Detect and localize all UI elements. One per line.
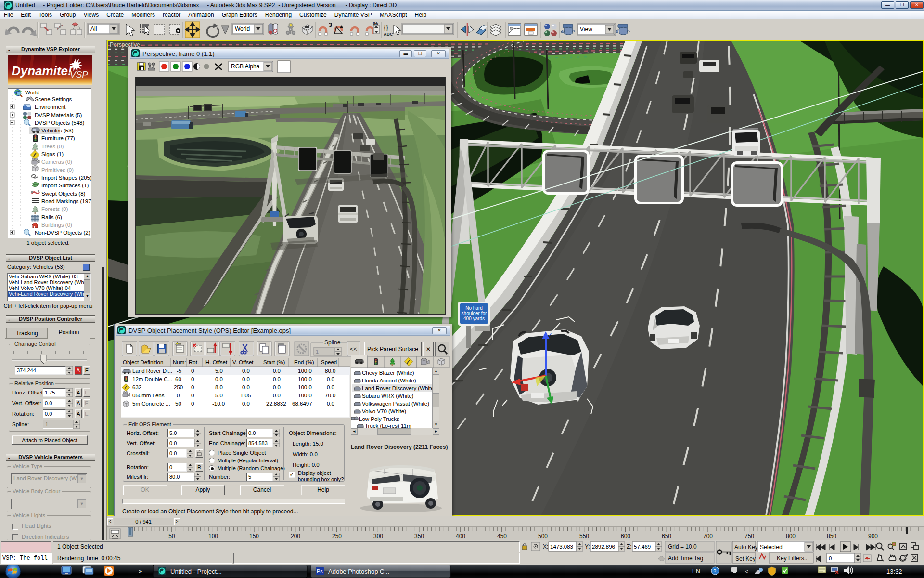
svg-text:550: 550 (579, 533, 589, 539)
svg-text:-5: -5 (177, 368, 181, 374)
svg-text:Untitled - Project...: Untitled - Project... (170, 568, 222, 575)
svg-text:DVSP Materials (5): DVSP Materials (5) (35, 112, 82, 118)
svg-text:Num:: Num: (173, 359, 186, 365)
svg-text:100: 100 (208, 533, 218, 539)
svg-text:350: 350 (414, 533, 424, 539)
svg-text:0: 0 (191, 376, 194, 382)
svg-text:300: 300 (373, 533, 383, 539)
svg-text:0.0: 0.0 (242, 376, 250, 382)
svg-text:Land Rover Discovery (White): Land Rover Discovery (White) (362, 385, 436, 391)
svg-text:DVSP Objects (548): DVSP Objects (548) (35, 120, 85, 126)
svg-text:57.469: 57.469 (634, 544, 651, 550)
svg-text:450: 450 (497, 533, 507, 539)
svg-text:22.8832: 22.8832 (266, 401, 286, 407)
svg-text:900: 900 (868, 533, 878, 539)
svg-text:13:32: 13:32 (886, 568, 902, 575)
svg-text:60: 60 (175, 376, 181, 382)
svg-text:200: 200 (291, 533, 300, 539)
svg-text:Primitives (0): Primitives (0) (41, 167, 74, 173)
svg-text:Key Filters...: Key Filters... (777, 555, 809, 562)
svg-text:850: 850 (827, 533, 836, 539)
svg-text:Spline: Spline (324, 339, 341, 346)
svg-text:50: 50 (175, 401, 181, 407)
svg-text:Selected: Selected (760, 544, 783, 551)
svg-text:12m Double C...: 12m Double C... (132, 376, 172, 382)
svg-text:0.0: 0.0 (327, 376, 334, 382)
svg-text:End (%): End (%) (294, 359, 314, 365)
svg-text:650: 650 (662, 533, 671, 539)
svg-text:»: » (139, 567, 142, 575)
svg-text:100.0: 100.0 (298, 376, 312, 382)
svg-text:Grid = 10.0: Grid = 10.0 (668, 543, 697, 550)
svg-text:Rails (6): Rails (6) (41, 214, 62, 220)
svg-text:<: < (745, 568, 748, 575)
svg-text:0: 0 (191, 393, 194, 398)
svg-text:shoulder for: shoulder for (462, 311, 487, 316)
svg-text:400 yards: 400 yards (463, 316, 485, 321)
svg-text:Ps: Ps (317, 568, 323, 574)
svg-text:0.0: 0.0 (327, 384, 334, 390)
svg-text:Low Poly Trucks: Low Poly Trucks (359, 416, 399, 422)
svg-text:Cameras (0): Cameras (0) (41, 159, 72, 165)
svg-text:5.0: 5.0 (215, 368, 223, 374)
svg-text:RGB Alpha: RGB Alpha (231, 63, 260, 70)
svg-text:0.0: 0.0 (273, 368, 281, 374)
svg-text:World: World (235, 26, 250, 32)
svg-text:0: 0 (191, 384, 194, 390)
svg-text:5m Concrete ...: 5m Concrete ... (132, 401, 170, 407)
svg-text:Add Time Tag: Add Time Tag (668, 555, 703, 562)
svg-text:050mm Lens: 050mm Lens (132, 393, 165, 398)
svg-text:600: 600 (621, 533, 630, 539)
svg-text:700: 700 (703, 533, 713, 539)
svg-text:Auto Key: Auto Key (734, 544, 758, 551)
svg-text:Object Definition: Object Definition (123, 359, 163, 365)
svg-text:8.0: 8.0 (215, 384, 223, 390)
svg-text:Z:: Z: (627, 543, 632, 550)
svg-text:Environment: Environment (35, 104, 66, 110)
svg-text:Volkswagen Passat (White): Volkswagen Passat (White) (362, 401, 429, 407)
svg-text:68.6497: 68.6497 (292, 401, 312, 407)
svg-text:Forests (0): Forests (0) (41, 206, 68, 212)
svg-text:VSP: VSP (70, 69, 88, 79)
svg-text:0.0: 0.0 (242, 368, 250, 374)
svg-text:-10.0: -10.0 (212, 401, 225, 407)
svg-text:Subaru WRX (White): Subaru WRX (White) (362, 393, 414, 399)
svg-text:0: 0 (191, 401, 194, 407)
svg-text:ABC: ABC (384, 32, 393, 37)
svg-text:Volvo V70 (White): Volvo V70 (White) (362, 408, 406, 414)
svg-text:5.0: 5.0 (215, 393, 223, 398)
svg-text:H. Offset: H. Offset (205, 359, 228, 365)
svg-text:0: 0 (829, 555, 832, 561)
svg-text:X:: X: (543, 543, 548, 550)
svg-text:Import Surfaces (1): Import Surfaces (1) (41, 183, 89, 188)
svg-text:70.0: 70.0 (325, 393, 335, 398)
svg-text:1.05: 1.05 (240, 393, 251, 398)
svg-text:Land Rover Di...: Land Rover Di... (132, 368, 172, 374)
svg-text:0.0: 0.0 (215, 376, 223, 382)
svg-text:Furniture (77): Furniture (77) (41, 135, 75, 141)
svg-text:750: 750 (744, 533, 754, 539)
svg-text:250: 250 (174, 384, 183, 390)
svg-text:Dynamite!: Dynamite! (12, 64, 72, 78)
svg-text:Y:: Y: (585, 543, 590, 550)
svg-text:Vehicles (53): Vehicles (53) (41, 128, 74, 133)
svg-text:{}: {} (384, 23, 388, 31)
svg-text:0: 0 (177, 393, 180, 398)
svg-text:V. Offset: V. Offset (232, 359, 254, 365)
svg-text:EN: EN (692, 568, 700, 575)
svg-text:?: ? (713, 568, 716, 574)
svg-text:Scene Settings: Scene Settings (35, 96, 72, 102)
svg-text:Non-DVSP Objects (2): Non-DVSP Objects (2) (35, 230, 90, 236)
svg-text:0.0: 0.0 (242, 401, 250, 407)
svg-text:1473.083: 1473.083 (550, 544, 573, 550)
svg-text:100.0: 100.0 (298, 384, 312, 390)
svg-text:Speed: Speed (321, 359, 337, 365)
svg-text:0.0: 0.0 (273, 376, 281, 382)
svg-text:3: 3 (329, 21, 332, 28)
svg-text:0.0: 0.0 (242, 384, 250, 390)
svg-text:400: 400 (456, 533, 465, 539)
svg-text:World: World (25, 90, 39, 95)
svg-text:Rot.: Rot. (189, 359, 199, 365)
svg-text:Signs (1): Signs (1) (41, 151, 64, 157)
svg-text:Truck (Lo-res) 11m: Truck (Lo-res) 11m (365, 423, 411, 428)
